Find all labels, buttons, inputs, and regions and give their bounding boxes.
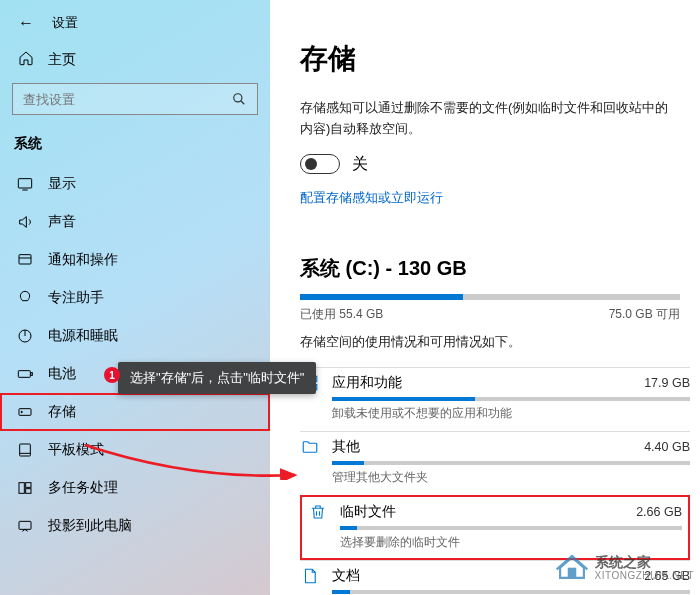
- storage-icon: [16, 404, 34, 420]
- drive-used: 已使用 55.4 GB: [300, 306, 383, 323]
- home-label: 主页: [48, 51, 76, 69]
- sidebar-item-power[interactable]: 电源和睡眠: [0, 317, 270, 355]
- annotation-tooltip: 选择"存储"后，点击"临时文件": [118, 362, 316, 394]
- sidebar-item-label: 通知和操作: [48, 251, 118, 269]
- watermark-url: XITONGZHIJIA.NET: [595, 570, 695, 582]
- svg-rect-15: [26, 483, 31, 488]
- sidebar-item-multitask[interactable]: 多任务处理: [0, 469, 270, 507]
- sidebar-item-focus[interactable]: 专注助手: [0, 279, 270, 317]
- svg-line-1: [241, 101, 245, 105]
- sidebar-item-display[interactable]: 显示: [0, 165, 270, 203]
- svg-point-11: [21, 411, 22, 412]
- sidebar-item-tablet[interactable]: 平板模式: [0, 431, 270, 469]
- power-icon: [16, 328, 34, 344]
- category-size: 17.9 GB: [644, 376, 690, 390]
- battery-icon: [16, 366, 34, 382]
- category-sub: 卸载未使用或不想要的应用和功能: [332, 406, 690, 421]
- folder-icon: [300, 438, 320, 456]
- watermark-title: 系统之家: [595, 554, 695, 570]
- home-row[interactable]: 主页: [0, 42, 270, 81]
- sidebar-item-label: 存储: [48, 403, 76, 421]
- sidebar-item-project[interactable]: 投影到此电脑: [0, 507, 270, 545]
- main-content: 存储 存储感知可以通过删除不需要的文件(例如临时文件和回收站中的内容)自动释放空…: [270, 0, 700, 595]
- trash-icon: [308, 503, 328, 521]
- home-icon: [18, 50, 34, 69]
- svg-rect-22: [567, 568, 576, 578]
- sidebar-item-label: 电池: [48, 365, 76, 383]
- sound-icon: [16, 214, 34, 230]
- settings-label: 设置: [52, 14, 78, 32]
- tablet-icon: [16, 442, 34, 458]
- sidebar-item-label: 多任务处理: [48, 479, 118, 497]
- category-label: 其他: [332, 438, 632, 456]
- drive-note: 存储空间的使用情况和可用情况如下。: [300, 333, 680, 351]
- svg-rect-2: [18, 179, 31, 188]
- storage-sense-toggle[interactable]: [300, 154, 340, 174]
- annotation-badge: 1: [104, 367, 120, 383]
- drive-free: 75.0 GB 可用: [609, 306, 680, 323]
- search-icon[interactable]: [221, 92, 257, 106]
- toggle-label: 关: [352, 154, 368, 175]
- svg-rect-17: [19, 521, 31, 529]
- category-size: 4.40 GB: [644, 440, 690, 454]
- configure-link[interactable]: 配置存储感知或立即运行: [300, 189, 680, 207]
- svg-rect-9: [31, 373, 32, 376]
- category-label: 临时文件: [340, 503, 624, 521]
- sidebar-item-label: 电源和睡眠: [48, 327, 118, 345]
- sidebar-item-label: 声音: [48, 213, 76, 231]
- back-arrow-icon[interactable]: ←: [18, 14, 34, 32]
- svg-rect-14: [19, 483, 24, 494]
- document-icon: [300, 567, 320, 585]
- category-other[interactable]: 其他 4.40 GB 管理其他大文件夹: [300, 431, 690, 495]
- search-box[interactable]: [12, 83, 258, 115]
- category-apps[interactable]: 应用和功能 17.9 GB 卸载未使用或不想要的应用和功能: [300, 367, 690, 431]
- display-icon: [16, 176, 34, 192]
- page-title: 存储: [300, 40, 680, 78]
- watermark-icon: [555, 549, 589, 587]
- svg-rect-4: [19, 255, 31, 264]
- storage-desc: 存储感知可以通过删除不需要的文件(例如临时文件和回收站中的内容)自动释放空间。: [300, 98, 680, 140]
- watermark: 系统之家 XITONGZHIJIA.NET: [555, 549, 695, 587]
- notification-icon: [16, 252, 34, 268]
- search-input[interactable]: [13, 92, 221, 107]
- sidebar-item-label: 专注助手: [48, 289, 104, 307]
- sidebar-item-label: 投影到此电脑: [48, 517, 132, 535]
- sidebar-item-label: 平板模式: [48, 441, 104, 459]
- multitask-icon: [16, 480, 34, 496]
- drive-usage-bar: [300, 294, 680, 300]
- svg-point-0: [234, 94, 242, 102]
- svg-rect-16: [26, 489, 31, 494]
- category-sub: 选择要删除的临时文件: [340, 535, 682, 550]
- svg-rect-12: [20, 444, 31, 456]
- drive-title: 系统 (C:) - 130 GB: [300, 255, 680, 282]
- section-title: 系统: [0, 129, 270, 165]
- focus-icon: [16, 290, 34, 306]
- sidebar-item-label: 显示: [48, 175, 76, 193]
- project-icon: [16, 518, 34, 534]
- sidebar-item-storage[interactable]: 存储: [0, 393, 270, 431]
- sidebar-item-sound[interactable]: 声音: [0, 203, 270, 241]
- sidebar: ← 设置 主页 系统 显示 声音 通知和操作: [0, 0, 270, 595]
- sidebar-item-notifications[interactable]: 通知和操作: [0, 241, 270, 279]
- category-sub: 管理其他大文件夹: [332, 470, 690, 485]
- category-label: 应用和功能: [332, 374, 632, 392]
- svg-rect-8: [18, 371, 30, 378]
- category-size: 2.66 GB: [636, 505, 682, 519]
